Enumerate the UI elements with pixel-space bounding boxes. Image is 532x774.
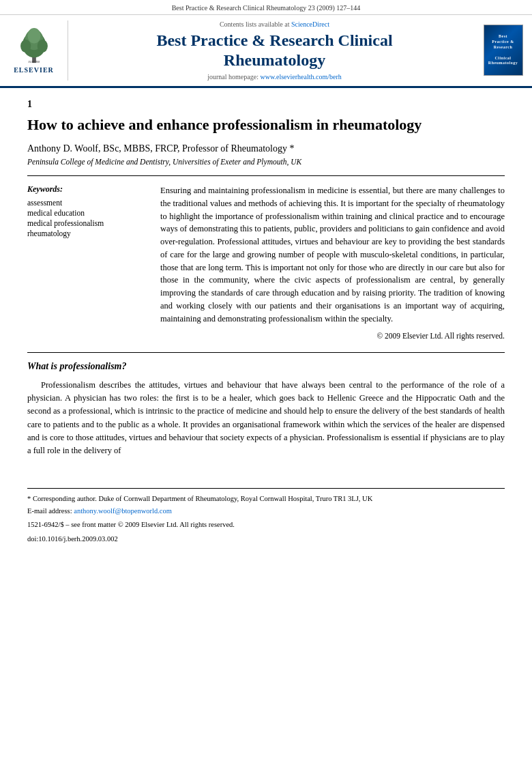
section-heading: What is professionalism? — [27, 361, 505, 372]
email-note: E-mail address: anthony.woolf@btopenworl… — [27, 506, 505, 517]
elsevier-label: ELSEVIER — [14, 66, 54, 74]
journal-cover: BestPractice &ResearchClinicalRheumatolo… — [481, 20, 525, 81]
journal-homepage: journal homepage: www.elsevierhealth.com… — [207, 73, 342, 81]
citation-text: Best Practice & Research Clinical Rheuma… — [172, 4, 361, 12]
svg-point-4 — [20, 40, 31, 53]
article-number: 1 — [27, 99, 505, 110]
email-link[interactable]: anthony.woolf@btopenworld.com — [74, 507, 172, 515]
contents-line: Contents lists available at ScienceDirec… — [220, 20, 329, 28]
body-paragraph: Professionalism describes the attitudes,… — [27, 379, 505, 458]
author-line: Anthony D. Woolf, BSc, MBBS, FRCP, Profe… — [27, 143, 505, 154]
keywords-title: Keywords: — [27, 184, 147, 195]
keywords-list: assessment medical education medical pro… — [27, 199, 147, 238]
homepage-link[interactable]: www.elsevierhealth.com/berh — [260, 73, 341, 81]
journal-title-block: Contents lists available at ScienceDirec… — [75, 20, 474, 81]
cover-image: BestPractice &ResearchClinicalRheumatolo… — [484, 25, 523, 76]
journal-title: Best Practice & Research Clinical Rheuma… — [156, 31, 392, 70]
article-title: How to achieve and enhance professionali… — [27, 115, 505, 134]
elsevier-logo: ELSEVIER ELSEVIER — [7, 20, 68, 81]
article-body: 1 How to achieve and enhance professiona… — [0, 88, 532, 477]
issn-line: 1521-6942/$ – see front matter © 2009 El… — [27, 520, 505, 530]
svg-text:ELSEVIER: ELSEVIER — [27, 61, 40, 63]
doi-line: doi:10.1016/j.berh.2009.03.002 — [27, 534, 505, 545]
section-divider — [27, 352, 505, 353]
svg-point-5 — [37, 40, 47, 53]
elsevier-tree-icon: ELSEVIER — [14, 27, 55, 64]
svg-point-3 — [27, 28, 40, 44]
corresponding-note: * Corresponding author. Duke of Cornwall… — [27, 494, 505, 504]
keyword-item: assessment — [27, 199, 147, 207]
copyright-line: © 2009 Elsevier Ltd. All rights reserved… — [160, 330, 505, 342]
keyword-item: medical education — [27, 209, 147, 217]
keyword-item: medical professionalism — [27, 219, 147, 227]
journal-header: ELSEVIER ELSEVIER Contents lists availab… — [0, 15, 532, 88]
citation-bar: Best Practice & Research Clinical Rheuma… — [0, 0, 532, 15]
abstract-col: Ensuring and maintaining professionalism… — [160, 184, 505, 343]
keywords-col: Keywords: assessment medical education m… — [27, 184, 147, 343]
divider-top — [27, 175, 505, 176]
abstract-section: Keywords: assessment medical education m… — [27, 184, 505, 343]
sciencedirect-link[interactable]: ScienceDirect — [291, 20, 329, 28]
keyword-item: rheumatology — [27, 229, 147, 238]
author-affiliation: Peninsula College of Medicine and Dentis… — [27, 158, 505, 166]
footer-notes: * Corresponding author. Duke of Cornwall… — [27, 488, 505, 545]
abstract-text: Ensuring and maintaining professionalism… — [160, 184, 505, 325]
